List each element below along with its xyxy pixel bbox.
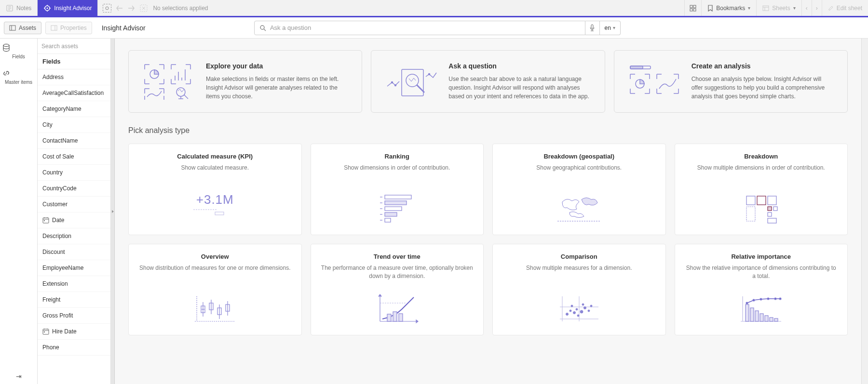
edit-sheet-button[interactable]: Edit sheet <box>822 0 868 16</box>
insight-advisor-icon <box>43 4 51 12</box>
second-toolbar: Assets Properties Insight Advisor en <box>0 17 868 39</box>
sheets-button[interactable]: Sheets ▾ <box>756 0 801 16</box>
analysis-card[interactable]: Trend over timeThe performance of a meas… <box>311 244 484 335</box>
svg-rect-64 <box>385 212 397 216</box>
field-item[interactable]: ContactName <box>38 133 110 149</box>
nav-master-items[interactable]: Master items <box>0 64 37 90</box>
analysis-desc: The performance of a measure over time, … <box>321 264 474 280</box>
intro-title: Ask a question <box>448 62 591 70</box>
svg-point-106 <box>590 305 592 307</box>
assets-search[interactable] <box>38 39 110 54</box>
intro-title: Create an analysis <box>692 62 834 70</box>
language-button[interactable]: en ▾ <box>600 21 621 35</box>
field-item[interactable]: AverageCallSatisfaction <box>38 85 110 101</box>
field-item[interactable]: Gross Profit <box>38 308 110 324</box>
notes-button[interactable]: Notes <box>0 0 38 16</box>
analysis-illustration: +3.1M <box>191 192 239 226</box>
next-sheet-button[interactable]: › <box>812 0 822 16</box>
field-item[interactable]: Phone <box>38 340 110 356</box>
nav-fields-label: Fields <box>12 54 25 59</box>
svg-rect-70 <box>768 196 776 205</box>
svg-rect-114 <box>765 316 768 321</box>
field-item[interactable]: Freight <box>38 292 110 308</box>
field-item[interactable]: Extension <box>38 276 110 292</box>
field-item[interactable]: EmployeeName <box>38 260 110 276</box>
analysis-card[interactable]: BreakdownShow multiple dimensions in ord… <box>675 144 848 235</box>
field-label: Discount <box>42 249 65 255</box>
field-item[interactable]: City <box>38 117 110 133</box>
search-input[interactable] <box>270 24 580 31</box>
left-nav: Fields Master items ⇥ <box>0 39 38 384</box>
field-label: Date <box>52 217 64 224</box>
field-item[interactable]: Address <box>38 69 110 85</box>
svg-rect-74 <box>768 212 772 216</box>
svg-rect-116 <box>774 318 778 321</box>
svg-rect-10 <box>690 5 692 8</box>
svg-point-104 <box>588 310 590 312</box>
field-item[interactable]: CountryCode <box>38 181 110 197</box>
intro-cards-row: Explore your dataMake selections in fiel… <box>128 50 848 113</box>
insight-advisor-tab-label: Insight Advisor <box>54 5 92 12</box>
no-selections-label: No selections applied <box>153 5 208 12</box>
analysis-desc: Show the relative importance of dimensio… <box>685 264 838 280</box>
svg-point-119 <box>760 298 762 300</box>
kpi-value: +3.1M <box>191 192 239 207</box>
svg-point-97 <box>566 313 568 316</box>
expand-icon: ⇥ <box>16 372 22 380</box>
field-item[interactable]: Customer <box>38 197 110 212</box>
chevron-right-icon: › <box>816 5 818 12</box>
grid-button[interactable] <box>684 0 701 16</box>
mic-button[interactable] <box>585 21 600 35</box>
field-item[interactable]: Description <box>38 228 110 244</box>
field-item[interactable]: Discount <box>38 244 110 260</box>
svg-rect-115 <box>770 318 773 321</box>
analysis-card[interactable]: OverviewShow distribution of measures fo… <box>128 244 302 335</box>
svg-rect-68 <box>746 196 755 205</box>
analysis-card[interactable]: Breakdown (geospatial)Show geographical … <box>492 144 666 235</box>
svg-rect-111 <box>750 308 754 321</box>
clear-selections-icon[interactable] <box>139 4 148 13</box>
assets-button[interactable]: Assets <box>4 22 41 34</box>
analysis-card[interactable]: RankingShow dimensions in order of contr… <box>311 144 484 235</box>
page-title: Insight Advisor <box>102 24 146 32</box>
intro-illustration <box>385 62 438 101</box>
search-box[interactable] <box>254 21 585 35</box>
fields-header: Fields <box>38 54 110 69</box>
analysis-card[interactable]: Calculated measure (KPI)Show calculated … <box>128 144 302 235</box>
field-item[interactable]: Cost of Sale <box>38 149 110 165</box>
analysis-card[interactable]: Relative importanceShow the relative imp… <box>675 244 848 335</box>
intro-illustration <box>142 62 195 101</box>
sheets-icon <box>762 5 769 11</box>
edit-sheet-label: Edit sheet <box>837 5 862 12</box>
field-item[interactable]: CategoryName <box>38 101 110 117</box>
svg-point-26 <box>3 44 9 47</box>
bookmark-icon <box>707 5 713 12</box>
scrollbar[interactable] <box>861 39 868 384</box>
bookmarks-button[interactable]: Bookmarks ▾ <box>701 0 756 16</box>
analysis-card[interactable]: ComparisonShow multiple measures for a d… <box>492 244 666 335</box>
selections-tool-icon[interactable] <box>103 4 111 13</box>
assets-search-input[interactable] <box>41 43 107 50</box>
edit-icon <box>828 5 834 11</box>
svg-rect-112 <box>755 311 759 321</box>
svg-point-5 <box>47 7 48 9</box>
svg-point-42 <box>176 88 185 96</box>
svg-rect-110 <box>746 305 749 321</box>
panel-resizer[interactable] <box>111 39 115 384</box>
chevron-left-icon: ‹ <box>806 5 808 12</box>
prev-sheet-button[interactable]: ‹ <box>801 0 812 16</box>
selections-forward-icon[interactable] <box>128 5 135 11</box>
svg-rect-11 <box>693 5 696 8</box>
field-item[interactable]: Country <box>38 165 110 181</box>
svg-point-122 <box>779 298 781 300</box>
field-label: Country <box>42 169 63 176</box>
insight-advisor-tab[interactable]: Insight Advisor <box>38 0 98 16</box>
svg-rect-75 <box>768 218 776 223</box>
chevron-down-icon: ▾ <box>613 25 615 30</box>
field-item[interactable]: Date <box>38 212 110 228</box>
nav-fields[interactable]: Fields <box>0 39 37 64</box>
field-item[interactable]: Hire Date <box>38 324 110 340</box>
selections-back-icon[interactable] <box>116 5 123 11</box>
properties-button[interactable]: Properties <box>45 22 92 34</box>
expand-nav-button[interactable]: ⇥ <box>16 372 22 380</box>
